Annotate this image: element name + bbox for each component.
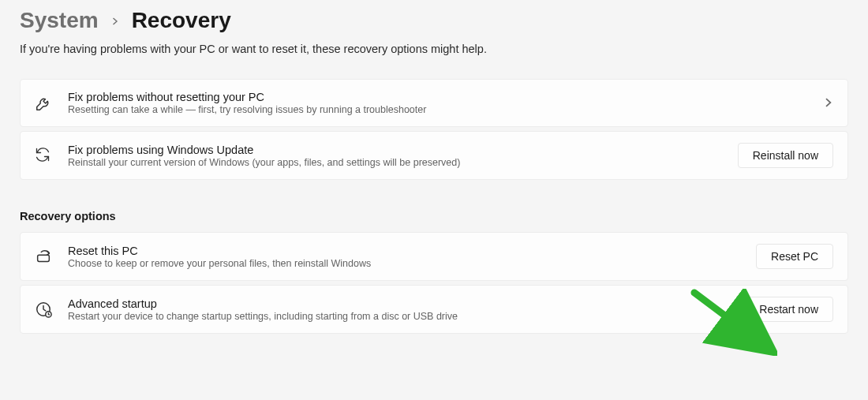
card-title: Advanced startup — [68, 297, 728, 310]
recovery-options-section-title: Recovery options — [20, 210, 848, 222]
card-desc: Reinstall your current version of Window… — [68, 157, 722, 168]
card-body: Advanced startup Restart your device to … — [68, 297, 728, 322]
card-title: Fix problems without resetting your PC — [68, 91, 808, 103]
card-title: Reset this PC — [68, 245, 740, 257]
reset-this-pc-row: Reset this PC Choose to keep or remove y… — [20, 232, 848, 281]
reinstall-now-button[interactable]: Reinstall now — [738, 143, 833, 168]
chevron-right-icon — [111, 14, 119, 28]
card-desc: Resetting can take a while — first, try … — [68, 104, 808, 115]
fix-problems-windows-update-row: Fix problems using Windows Update Reinst… — [20, 131, 848, 180]
fix-problems-no-reset-row[interactable]: Fix problems without resetting your PC R… — [20, 79, 848, 127]
card-body: Fix problems without resetting your PC R… — [68, 91, 808, 115]
breadcrumb-current: Recovery — [132, 8, 231, 33]
card-desc: Restart your device to change startup se… — [68, 311, 728, 322]
card-desc: Choose to keep or remove your personal f… — [68, 258, 740, 269]
breadcrumb-parent[interactable]: System — [20, 8, 99, 33]
restart-now-button[interactable]: Restart now — [744, 297, 833, 322]
svg-rect-0 — [38, 255, 50, 261]
sync-icon — [35, 147, 52, 164]
card-body: Fix problems using Windows Update Reinst… — [68, 144, 722, 168]
advanced-startup-row: Advanced startup Restart your device to … — [20, 285, 848, 334]
card-title: Fix problems using Windows Update — [68, 144, 722, 156]
advanced-startup-icon — [35, 301, 52, 318]
reset-pc-button[interactable]: Reset PC — [756, 244, 833, 269]
breadcrumb: System Recovery — [20, 0, 848, 43]
reset-pc-icon — [35, 248, 52, 265]
wrench-icon — [35, 95, 52, 112]
chevron-right-icon — [824, 96, 833, 110]
page-subtitle: If you're having problems with your PC o… — [20, 43, 848, 79]
card-body: Reset this PC Choose to keep or remove y… — [68, 245, 740, 269]
